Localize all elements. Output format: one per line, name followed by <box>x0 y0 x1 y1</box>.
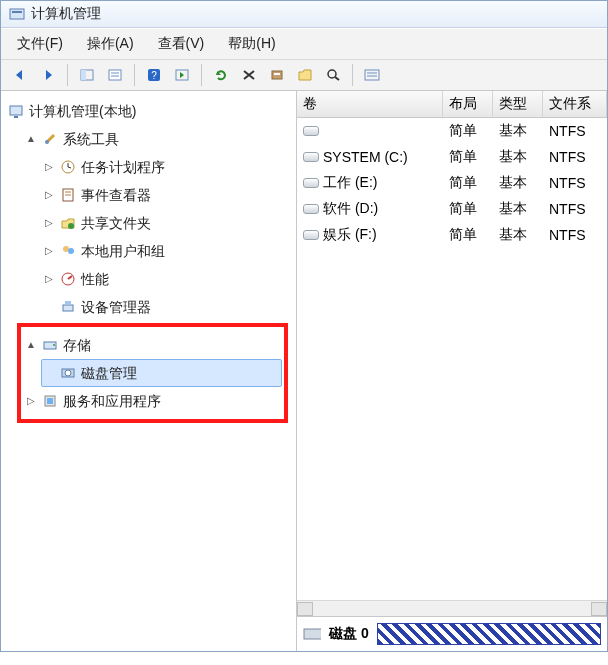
collapse-arrow-icon[interactable]: ▷ <box>43 155 55 179</box>
disk-label: 磁盘 0 <box>329 625 369 643</box>
list-button[interactable] <box>359 63 385 87</box>
find-button[interactable] <box>320 63 346 87</box>
grid-header: 卷 布局 类型 文件系 <box>297 91 607 118</box>
tree-pane[interactable]: 计算机管理(本地) ▲ 系统工具 ▷ 任务计划程序 ▷ 事件查看器 ▷ 共享文件 <box>1 91 297 651</box>
table-row[interactable]: 简单基本NTFS <box>297 118 607 144</box>
cell-fs: NTFS <box>543 201 607 217</box>
toolbar-separator <box>67 64 68 86</box>
refresh-button[interactable] <box>208 63 234 87</box>
cell-type: 基本 <box>493 122 543 140</box>
tree-device-manager[interactable]: ▷ 设备管理器 <box>41 293 292 321</box>
grid-body[interactable]: 简单基本NTFSSYSTEM (C:)简单基本NTFS工作 (E:)简单基本NT… <box>297 118 607 600</box>
toolbar-separator <box>201 64 202 86</box>
cell-layout: 简单 <box>443 122 493 140</box>
window-frame: 计算机管理 文件(F) 操作(A) 查看(V) 帮助(H) ? 计算机管理(本地… <box>0 0 608 652</box>
disk-layout-panel[interactable]: 磁盘 0 <box>297 616 607 651</box>
tree-performance[interactable]: ▷ 性能 <box>41 265 292 293</box>
menu-view[interactable]: 查看(V) <box>148 31 215 57</box>
svg-rect-28 <box>63 305 73 311</box>
cell-layout: 简单 <box>443 226 493 244</box>
scroll-right-button[interactable] <box>591 602 607 616</box>
toolbar: ? <box>1 60 607 91</box>
tree-perf-label: 性能 <box>81 267 109 291</box>
properties-button[interactable] <box>102 63 128 87</box>
cell-fs: NTFS <box>543 149 607 165</box>
col-header-volume[interactable]: 卷 <box>297 91 443 117</box>
disk-partition-bar[interactable] <box>377 623 601 645</box>
svg-point-24 <box>68 223 74 229</box>
cell-volume: 软件 (D:) <box>323 200 378 218</box>
cell-layout: 简单 <box>443 200 493 218</box>
cell-volume: SYSTEM (C:) <box>323 149 408 165</box>
clock-icon <box>59 158 77 176</box>
tree-local-users[interactable]: ▷ 本地用户和组 <box>41 237 292 265</box>
tree-task-scheduler[interactable]: ▷ 任务计划程序 <box>41 153 292 181</box>
svg-point-19 <box>45 140 49 144</box>
svg-line-13 <box>335 77 339 80</box>
cell-fs: NTFS <box>543 175 607 191</box>
scroll-left-button[interactable] <box>297 602 313 616</box>
open-button[interactable] <box>292 63 318 87</box>
volume-icon <box>303 178 319 188</box>
collapse-arrow-icon[interactable]: ▷ <box>25 389 37 413</box>
tree-storage-label: 存储 <box>63 333 91 357</box>
tree-storage[interactable]: ▲ 存储 <box>23 331 282 359</box>
table-row[interactable]: SYSTEM (C:)简单基本NTFS <box>297 144 607 170</box>
menu-bar: 文件(F) 操作(A) 查看(V) 帮助(H) <box>1 28 607 60</box>
table-row[interactable]: 工作 (E:)简单基本NTFS <box>297 170 607 196</box>
toolbar-separator <box>134 64 135 86</box>
horizontal-scrollbar[interactable] <box>297 600 607 616</box>
action-button[interactable] <box>169 63 195 87</box>
expand-arrow-icon[interactable]: ▲ <box>25 333 37 357</box>
tree-shared-folders[interactable]: ▷ 共享文件夹 <box>41 209 292 237</box>
tree-event-label: 事件查看器 <box>81 183 151 207</box>
svg-rect-4 <box>109 70 121 80</box>
share-icon <box>59 214 77 232</box>
menu-action[interactable]: 操作(A) <box>77 31 144 57</box>
tree-event-viewer[interactable]: ▷ 事件查看器 <box>41 181 292 209</box>
cell-fs: NTFS <box>543 227 607 243</box>
back-button[interactable] <box>7 63 33 87</box>
table-row[interactable]: 软件 (D:)简单基本NTFS <box>297 196 607 222</box>
collapse-arrow-icon[interactable]: ▷ <box>43 211 55 235</box>
cell-volume: 工作 (E:) <box>323 174 377 192</box>
help-button[interactable]: ? <box>141 63 167 87</box>
window-title: 计算机管理 <box>31 5 101 23</box>
cell-type: 基本 <box>493 226 543 244</box>
svg-rect-29 <box>65 301 71 304</box>
collapse-arrow-icon[interactable]: ▷ <box>43 239 55 263</box>
menu-file[interactable]: 文件(F) <box>7 31 73 57</box>
volume-icon <box>303 204 319 214</box>
svg-point-26 <box>68 248 74 254</box>
title-bar[interactable]: 计算机管理 <box>1 1 607 28</box>
users-icon <box>59 242 77 260</box>
volume-icon <box>303 152 319 162</box>
device-icon <box>59 298 77 316</box>
collapse-arrow-icon[interactable]: ▷ <box>43 267 55 291</box>
svg-rect-3 <box>81 70 86 80</box>
tree-root[interactable]: 计算机管理(本地) <box>5 97 292 125</box>
col-header-layout[interactable]: 布局 <box>443 91 493 117</box>
forward-button[interactable] <box>35 63 61 87</box>
svg-rect-35 <box>47 398 53 404</box>
svg-rect-36 <box>304 629 321 639</box>
settings-button[interactable] <box>264 63 290 87</box>
menu-help[interactable]: 帮助(H) <box>218 31 285 57</box>
cell-layout: 简单 <box>443 174 493 192</box>
expand-arrow-icon[interactable]: ▲ <box>25 127 37 151</box>
tree-system-tools[interactable]: ▲ 系统工具 <box>23 125 292 153</box>
collapse-arrow-icon[interactable]: ▷ <box>43 183 55 207</box>
tree-disk-label: 磁盘管理 <box>81 361 137 385</box>
tree-services-apps[interactable]: ▷ 服务和应用程序 <box>23 387 282 415</box>
computer-icon <box>7 102 25 120</box>
col-header-fs[interactable]: 文件系 <box>543 91 607 117</box>
delete-button[interactable] <box>236 63 262 87</box>
svg-rect-11 <box>274 73 280 75</box>
volume-icon <box>303 230 319 240</box>
highlight-annotation: ▲ 存储 ▷ 磁盘管理 ▷ 服务和应用程序 <box>17 323 288 423</box>
table-row[interactable]: 娱乐 (F:)简单基本NTFS <box>297 222 607 248</box>
tree-disk-management[interactable]: ▷ 磁盘管理 <box>41 359 282 387</box>
tree-users-label: 本地用户和组 <box>81 239 165 263</box>
col-header-type[interactable]: 类型 <box>493 91 543 117</box>
show-hide-button[interactable] <box>74 63 100 87</box>
